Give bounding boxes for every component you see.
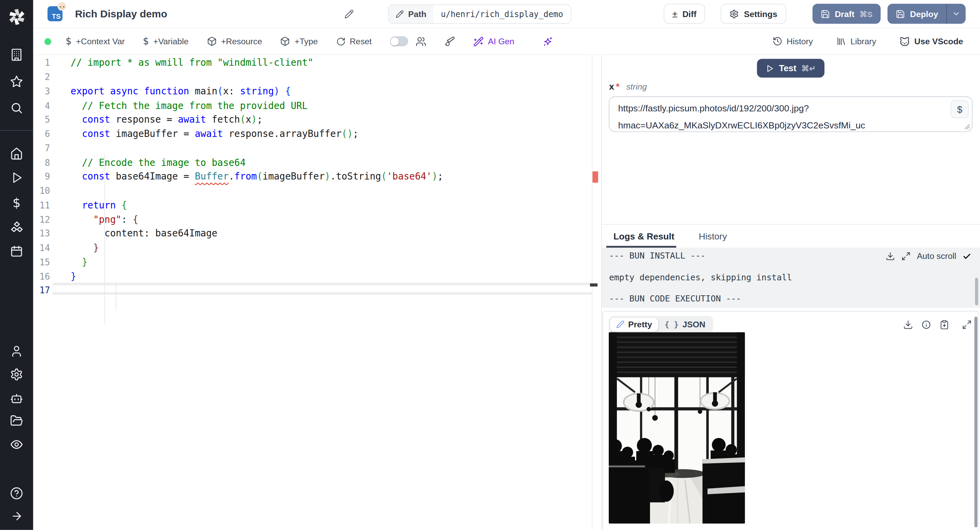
add-variable-button[interactable]: $ +Variable <box>143 36 189 47</box>
code-line[interactable]: 15 } <box>33 255 601 269</box>
robot-icon <box>10 392 23 405</box>
line-number: 12 <box>33 214 50 224</box>
arrow-right-icon <box>10 509 23 522</box>
code-text: // Fetch the image from the provided URL <box>50 100 308 111</box>
add-resource-button[interactable]: +Resource <box>207 37 262 46</box>
test-shortcut: ⌘↵ <box>801 63 816 73</box>
deploy-dropdown-button[interactable] <box>946 4 966 24</box>
result-scrollbar-thumb[interactable] <box>974 316 977 527</box>
sidebar-item-search[interactable] <box>8 99 25 117</box>
sidebar-item-resources[interactable] <box>8 218 25 235</box>
magic-wand-icon <box>473 36 484 47</box>
path-editor[interactable]: Path u/henri/rich_display_demo <box>388 5 571 24</box>
add-type-button[interactable]: +Type <box>280 37 318 46</box>
insert-variable-button[interactable]: $ <box>951 100 969 118</box>
path-label: Path <box>408 10 426 19</box>
sidebar-item-workers[interactable] <box>8 390 25 407</box>
path-label-segment[interactable]: Path <box>388 5 433 23</box>
ai-sparkles-button[interactable] <box>542 36 553 47</box>
sidebar-item-schedules[interactable] <box>8 243 25 260</box>
info-icon[interactable] <box>921 319 931 329</box>
format-code-button[interactable] <box>444 36 455 47</box>
main-area: TS Rich Display demo Path u/henri/rich_d… <box>33 0 980 530</box>
code-line[interactable]: 9 const base64Image = Buffer.from(imageB… <box>33 170 601 184</box>
code-line[interactable]: 4 // Fetch the image from the provided U… <box>33 99 601 113</box>
sidebar-item-favorites[interactable] <box>8 73 25 90</box>
settings-button[interactable]: Settings <box>721 4 786 24</box>
log-output[interactable]: --- BUN INSTALL --- empty dependencies, … <box>601 247 980 308</box>
code-line[interactable]: 17 <box>33 283 601 298</box>
sidebar-item-audit-logs[interactable] <box>8 436 25 453</box>
sidebar-item-variables[interactable]: $ <box>8 194 25 211</box>
scrollbar-fragment[interactable] <box>590 283 597 286</box>
result-image[interactable] <box>608 332 745 524</box>
sidebar-expand-button[interactable] <box>8 508 25 525</box>
line-number: 6 <box>33 129 50 139</box>
code-line[interactable]: 7 <box>33 141 601 155</box>
code-line[interactable]: 3export async function main(x: string) { <box>33 84 601 99</box>
download-icon[interactable] <box>886 251 895 261</box>
clipboard-icon[interactable] <box>940 319 950 329</box>
draft-button[interactable]: Draft ⌘S <box>812 4 881 24</box>
sidebar-item-help[interactable] <box>8 485 25 502</box>
library-button[interactable]: Library <box>836 37 876 46</box>
code-line[interactable]: 13 content: base64Image <box>33 227 601 241</box>
line-number: 1 <box>33 58 50 68</box>
deploy-button[interactable]: Deploy <box>888 4 946 24</box>
arg-input-textarea[interactable]: https://fastly.picsum.photos/id/192/200/… <box>609 96 972 132</box>
windmill-logo-icon[interactable] <box>8 8 25 25</box>
code-line[interactable]: 12 "png": { <box>33 212 601 227</box>
code-line[interactable]: 6 const imageBuffer = await response.arr… <box>33 127 601 141</box>
code-text: // import * as wmill from "windmill-clie… <box>50 57 313 69</box>
code-line[interactable]: 5 const response = await fetch(x); <box>33 113 601 127</box>
code-line[interactable]: 2 <box>33 70 601 84</box>
diff-button[interactable]: ± Diff <box>663 4 705 24</box>
history-label: History <box>787 37 813 46</box>
paintbrush-icon <box>444 36 455 47</box>
code-line[interactable]: 8 // Encode the image to base64 <box>33 155 601 170</box>
reset-button[interactable]: Reset <box>336 37 372 46</box>
boxes-icon <box>10 220 23 234</box>
code-editor[interactable]: 1// import * as wmill from "windmill-cli… <box>33 55 601 530</box>
code-line[interactable]: 10 <box>33 184 601 198</box>
ai-gen-button[interactable]: AI Gen <box>473 36 514 47</box>
add-context-var-button[interactable]: $ +Context Var <box>66 36 125 47</box>
code-text: content: base64Image <box>50 228 218 239</box>
history-button[interactable]: History <box>772 37 813 46</box>
line-number: 15 <box>33 257 50 267</box>
multiplayer-users-button[interactable] <box>415 36 426 47</box>
search-icon <box>10 102 23 115</box>
expand-icon[interactable] <box>962 319 972 329</box>
expand-icon[interactable] <box>901 251 911 261</box>
edit-summary-button[interactable] <box>344 9 353 19</box>
run-result-panel: Test ⌘↵ x * string https://fastly.picsum… <box>601 55 980 530</box>
line-number: 9 <box>33 172 50 182</box>
tab-logs-result[interactable]: Logs & Result <box>614 225 675 247</box>
sidebar-item-home[interactable] <box>8 145 25 162</box>
code-line[interactable]: 1// import * as wmill from "windmill-cli… <box>33 56 601 70</box>
auto-scroll-label[interactable]: Auto scroll <box>917 251 956 261</box>
braces-icon: { } <box>665 320 679 329</box>
sidebar-item-workspace[interactable] <box>8 46 25 63</box>
arg-input-value: https://fastly.picsum.photos/id/192/200/… <box>609 97 972 134</box>
code-line[interactable]: 16} <box>33 269 601 283</box>
log-scrollbar-thumb[interactable] <box>975 278 978 305</box>
code-text: } <box>50 242 99 254</box>
tab-history[interactable]: History <box>698 225 727 247</box>
indent-guide <box>104 154 105 325</box>
sidebar-item-settings[interactable] <box>8 366 25 383</box>
code-line[interactable]: 11 return { <box>33 198 601 212</box>
sidebar-item-folders[interactable] <box>8 412 25 429</box>
sidebar-item-runs[interactable] <box>8 169 25 186</box>
view-pretty-button[interactable]: Pretty <box>610 318 659 331</box>
view-json-button[interactable]: { } JSON <box>659 318 712 331</box>
multiplayer-toggle[interactable] <box>390 37 408 46</box>
test-label: Test <box>779 63 796 73</box>
line-number: 8 <box>33 157 50 167</box>
test-run-button[interactable]: Test ⌘↵ <box>757 59 824 78</box>
use-vscode-button[interactable]: Use VScode <box>899 36 963 47</box>
download-icon[interactable] <box>903 319 913 329</box>
sidebar-item-users[interactable] <box>8 343 25 360</box>
user-icon <box>10 345 23 358</box>
code-line[interactable]: 14 } <box>33 241 601 255</box>
